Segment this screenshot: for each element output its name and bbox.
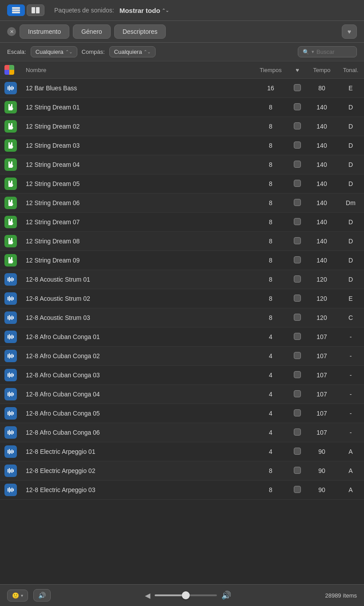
row-fav[interactable] (288, 327, 306, 347)
play-prev-button[interactable]: ◀ (145, 591, 150, 600)
row-fav[interactable] (288, 251, 306, 270)
row-fav[interactable] (288, 155, 306, 174)
fav-checkbox[interactable] (294, 467, 301, 474)
row-tonal: - (337, 404, 364, 423)
row-fav[interactable] (288, 213, 306, 232)
fav-checkbox[interactable] (294, 390, 301, 397)
row-fav[interactable] (288, 423, 306, 442)
favorite-filter-button[interactable]: ♥ (342, 24, 357, 39)
fav-checkbox[interactable] (294, 161, 301, 168)
row-fav[interactable] (288, 308, 306, 327)
row-fav[interactable] (288, 136, 306, 155)
table-row[interactable]: 12 String Dream 06 8 140 Dm (0, 194, 364, 213)
row-fav[interactable] (288, 366, 306, 385)
fav-checkbox[interactable] (294, 314, 301, 321)
table-row[interactable]: 12-8 Afro Cuban Conga 06 4 107 - (0, 423, 364, 442)
row-tonal: D (337, 232, 364, 251)
table-row[interactable]: 12-8 Afro Cuban Conga 02 4 107 - (0, 347, 364, 366)
instrument-filter-button[interactable]: Instrumento (20, 24, 69, 39)
row-fav[interactable] (288, 194, 306, 213)
row-fav[interactable] (288, 289, 306, 308)
table-row[interactable]: 12-8 Acoustic Strum 02 8 120 E (0, 289, 364, 308)
table-row[interactable]: 12 String Dream 04 8 140 D (0, 155, 364, 174)
table-row[interactable]: 12 String Dream 07 8 140 D (0, 213, 364, 232)
table-row[interactable]: 12-8 Afro Cuban Conga 01 4 107 - (0, 327, 364, 347)
table-row[interactable]: 12-8 Afro Cuban Conga 05 4 107 - (0, 404, 364, 423)
close-filters-button[interactable]: ✕ (7, 27, 16, 36)
fav-checkbox[interactable] (294, 103, 301, 110)
svg-point-20 (9, 204, 11, 206)
table-row[interactable]: 12 String Dream 03 8 140 D (0, 136, 364, 155)
search-input[interactable] (316, 48, 352, 55)
table-row[interactable]: 12-8 Electric Arpeggio 02 8 90 A (0, 461, 364, 481)
svg-rect-72 (13, 431, 14, 434)
table-row[interactable]: 12 String Dream 02 8 140 D (0, 117, 364, 136)
scale-selector[interactable]: Cualquiera ⌃⌄ (31, 46, 77, 57)
svg-rect-3 (32, 7, 35, 13)
row-fav[interactable] (288, 174, 306, 194)
fav-checkbox[interactable] (294, 409, 301, 416)
sound-packages-select[interactable]: Mostrar todo ⌃⌄ (120, 7, 169, 14)
row-fav[interactable] (288, 98, 306, 117)
row-fav[interactable] (288, 270, 306, 289)
fav-checkbox[interactable] (294, 333, 301, 340)
view-single-button[interactable] (7, 4, 25, 16)
fav-checkbox[interactable] (294, 218, 301, 225)
table-row[interactable]: 12-8 Acoustic Strum 03 8 120 C (0, 308, 364, 327)
descriptors-filter-button[interactable]: Descriptores (114, 24, 166, 39)
compas-selector[interactable]: Cualquiera ⌃⌄ (109, 46, 156, 57)
table-row[interactable]: 12-8 Afro Cuban Conga 03 4 107 - (0, 366, 364, 385)
speaker-button[interactable]: 🔊 (33, 589, 51, 602)
search-box[interactable]: 🔍 ▾ (298, 46, 357, 57)
playback-controls: ◀ 🔊 (56, 590, 320, 600)
play-next-button[interactable]: 🔊 (221, 590, 231, 600)
table-row[interactable]: 12-8 Acoustic Strum 01 8 120 D (0, 270, 364, 289)
fav-checkbox[interactable] (294, 486, 301, 493)
fav-checkbox[interactable] (294, 256, 301, 263)
table-row[interactable]: 12-8 Electric Arpeggio 03 8 90 A (0, 481, 364, 500)
fav-checkbox[interactable] (294, 275, 301, 283)
search-icon: 🔍 (303, 49, 309, 55)
row-fav[interactable] (288, 232, 306, 251)
fav-checkbox[interactable] (294, 295, 301, 302)
row-fav[interactable] (288, 481, 306, 500)
table-row[interactable]: 12 String Dream 05 8 140 D (0, 174, 364, 194)
row-fav[interactable] (288, 79, 306, 98)
emoji-menu-button[interactable]: 🙂 ▾ (7, 590, 28, 602)
fav-checkbox[interactable] (294, 199, 301, 206)
fav-checkbox[interactable] (294, 180, 301, 187)
row-tempo: 107 (306, 385, 337, 404)
fav-checkbox[interactable] (294, 122, 301, 129)
view-columns-button[interactable] (27, 4, 44, 16)
table-row[interactable]: 12 String Dream 09 8 140 D (0, 251, 364, 270)
row-fav[interactable] (288, 461, 306, 481)
volume-knob[interactable] (182, 591, 190, 599)
fav-checkbox[interactable] (294, 237, 301, 244)
svg-rect-85 (10, 489, 11, 492)
row-fav[interactable] (288, 404, 306, 423)
row-icon-cell (0, 213, 21, 232)
row-fav[interactable] (288, 347, 306, 366)
row-fav[interactable] (288, 442, 306, 461)
volume-slider[interactable] (155, 594, 217, 596)
row-icon (4, 178, 17, 190)
table-row[interactable]: 12 Bar Blues Bass 16 80 E (0, 79, 364, 98)
fav-checkbox[interactable] (294, 141, 301, 149)
fav-checkbox[interactable] (294, 352, 301, 359)
table-row[interactable]: 12 String Dream 01 8 140 D (0, 98, 364, 117)
genre-filter-button[interactable]: Género (73, 24, 111, 39)
fav-checkbox[interactable] (294, 448, 301, 455)
fav-checkbox[interactable] (294, 84, 301, 91)
fav-checkbox[interactable] (294, 371, 301, 378)
row-icon (4, 350, 17, 362)
row-tonal: Dm (337, 194, 364, 213)
col-fav-header: ♥ (288, 61, 306, 79)
table-row[interactable]: 12-8 Electric Arpeggio 01 4 90 A (0, 442, 364, 461)
row-icon-cell (0, 270, 21, 289)
table-row[interactable]: 12-8 Afro Cuban Conga 04 4 107 - (0, 385, 364, 404)
row-fav[interactable] (288, 385, 306, 404)
row-fav[interactable] (288, 117, 306, 136)
fav-checkbox[interactable] (294, 428, 301, 436)
table-row[interactable]: 12 String Dream 08 8 140 D (0, 232, 364, 251)
row-name: 12-8 Afro Cuban Conga 06 (21, 423, 253, 442)
